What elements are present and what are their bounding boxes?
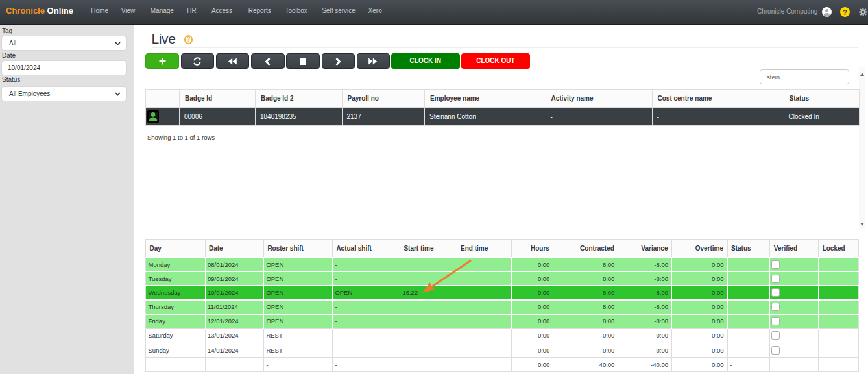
svg-text:?: ? xyxy=(843,8,847,16)
